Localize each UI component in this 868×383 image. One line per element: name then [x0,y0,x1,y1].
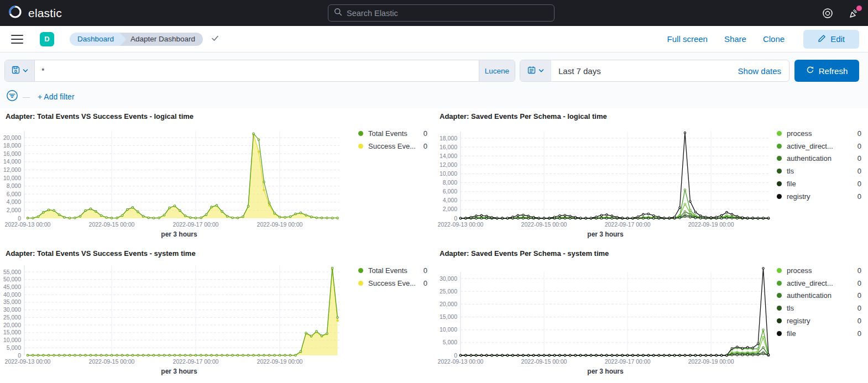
full-screen-button[interactable]: Full screen [667,34,708,44]
share-button[interactable]: Share [724,34,746,44]
legend-item[interactable]: registry0 [777,314,861,327]
svg-text:2022-09-15 00:00: 2022-09-15 00:00 [521,358,567,365]
menu-hamburger-icon[interactable] [11,35,23,44]
legend-label: tls [787,167,794,175]
legend-item[interactable]: process0 [777,264,861,277]
svg-text:10,000: 10,000 [440,326,457,333]
svg-text:14,000: 14,000 [440,153,457,159]
add-filter-button[interactable]: + Add filter [38,92,75,101]
svg-text:25,000: 25,000 [3,314,21,321]
panel-title[interactable]: Adapter: Total Events VS Success Events … [0,249,434,258]
legend-value: 0 [423,266,427,275]
pencil-icon [818,34,826,44]
legend-label: process [787,129,812,138]
svg-text:2022-09-13 00:00: 2022-09-13 00:00 [438,221,484,228]
svg-text:18,000: 18,000 [440,135,457,141]
svg-text:6,000: 6,000 [443,188,457,195]
legend-color-dot [777,293,782,298]
legend-item[interactable]: file0 [777,327,861,340]
panel-saved-events-logical: Adapter: Saved Events Per Schema - logic… [434,108,868,245]
svg-text:10,000: 10,000 [3,337,21,343]
svg-text:40,000: 40,000 [3,291,21,298]
chevron-down-icon [23,66,28,76]
chart-canvas-total-vs-success-logical[interactable]: 02,0004,0006,0008,00010,00012,00014,0001… [0,123,358,229]
panel-title[interactable]: Adapter: Saved Events Per Schema - syste… [434,249,868,258]
legend-color-dot [358,268,363,273]
legend-item[interactable]: Success Eve...0 [358,277,427,290]
legend-item[interactable]: Total Events0 [358,264,427,277]
date-quick-select-button[interactable] [520,60,551,81]
chart-canvas-saved-events-system[interactable]: 05,00010,00015,00020,00025,00030,0002022… [434,260,777,366]
legend-value: 0 [857,192,861,201]
legend-item[interactable]: active_direct...0 [777,140,861,153]
refresh-icon [806,66,814,76]
legend-item[interactable]: active_direct...0 [777,277,861,290]
panel-total-vs-success-logical: Adapter: Total Events VS Success Events … [0,108,434,245]
chart-canvas-total-vs-success-system[interactable]: 05,00010,00015,00020,00025,00030,00035,0… [0,260,358,366]
legend-item[interactable]: authentication0 [777,290,861,302]
breadcrumb-dashboard[interactable]: Dashboard [70,33,119,46]
filter-divider: — [23,93,30,101]
svg-text:16,000: 16,000 [3,150,21,157]
svg-text:8,000: 8,000 [443,179,457,186]
legend-value: 0 [857,329,861,338]
svg-text:6,000: 6,000 [7,191,21,197]
legend-label: Success Eve... [368,142,416,150]
svg-text:0: 0 [454,215,457,222]
legend-item[interactable]: registry0 [777,190,861,203]
legend-label: tls [787,304,794,312]
legend-item[interactable]: process0 [777,127,861,140]
panel-title[interactable]: Adapter: Total Events VS Success Events … [0,112,434,120]
elastic-logo-icon [8,4,23,22]
legend-item[interactable]: authentication0 [777,153,861,165]
svg-text:2022-09-17 00:00: 2022-09-17 00:00 [605,358,651,365]
global-search-input[interactable] [347,9,548,18]
legend-item[interactable]: Total Events0 [358,127,427,140]
help-icon[interactable] [822,7,834,19]
panel-total-vs-success-system: Adapter: Total Events VS Success Events … [0,245,434,383]
legend-item[interactable]: tls0 [777,302,861,314]
legend-label: Total Events [368,266,407,275]
query-input[interactable] [35,60,479,81]
global-header: elastic [0,0,868,26]
refresh-button[interactable]: Refresh [794,60,859,82]
edit-button[interactable]: Edit [803,30,859,49]
elastic-brand[interactable]: elastic [0,4,62,22]
svg-text:0: 0 [18,352,21,359]
filter-menu-icon[interactable] [6,90,18,104]
svg-text:35,000: 35,000 [3,298,21,305]
edit-button-label: Edit [830,34,845,44]
legend-value: 0 [857,291,861,300]
space-avatar-badge[interactable]: D [40,32,54,46]
svg-text:2022-09-13 00:00: 2022-09-13 00:00 [5,358,51,365]
query-language-label: Lucene [485,67,509,75]
query-bar: Lucene [4,60,515,82]
svg-text:14,000: 14,000 [3,158,21,165]
legend-item[interactable]: file0 [777,177,861,190]
panel-title[interactable]: Adapter: Saved Events Per Schema - logic… [434,112,868,120]
legend-value: 0 [423,279,427,287]
legend-label: file [787,180,796,188]
svg-text:4,000: 4,000 [7,198,21,205]
global-search-box[interactable] [328,4,555,22]
svg-text:15,000: 15,000 [3,329,21,335]
svg-text:2022-09-17 00:00: 2022-09-17 00:00 [173,221,219,228]
date-picker: Last 7 days Show dates [520,60,789,82]
check-icon[interactable] [211,34,219,45]
svg-text:20,000: 20,000 [440,301,457,307]
newsfeed-party-icon[interactable] [848,7,860,19]
chart-canvas-saved-events-logical[interactable]: 02,0004,0006,0008,00010,00012,00014,0001… [434,123,777,229]
x-axis-title: per 3 hours [0,230,358,238]
svg-text:2022-09-19 00:00: 2022-09-19 00:00 [257,358,303,365]
query-language-switcher[interactable]: Lucene [479,60,515,81]
saved-query-menu-button[interactable] [5,60,35,81]
legend-item[interactable]: Success Eve...0 [358,140,427,153]
show-dates-button[interactable]: Show dates [738,66,789,76]
search-icon [334,8,342,18]
chart-legend: Total Events0Success Eve...0 [358,123,434,153]
chevron-down-icon [538,66,544,76]
legend-color-dot [777,306,782,311]
legend-item[interactable]: tls0 [777,165,861,177]
clone-button[interactable]: Clone [763,34,785,44]
time-range-value[interactable]: Last 7 days [551,66,601,76]
